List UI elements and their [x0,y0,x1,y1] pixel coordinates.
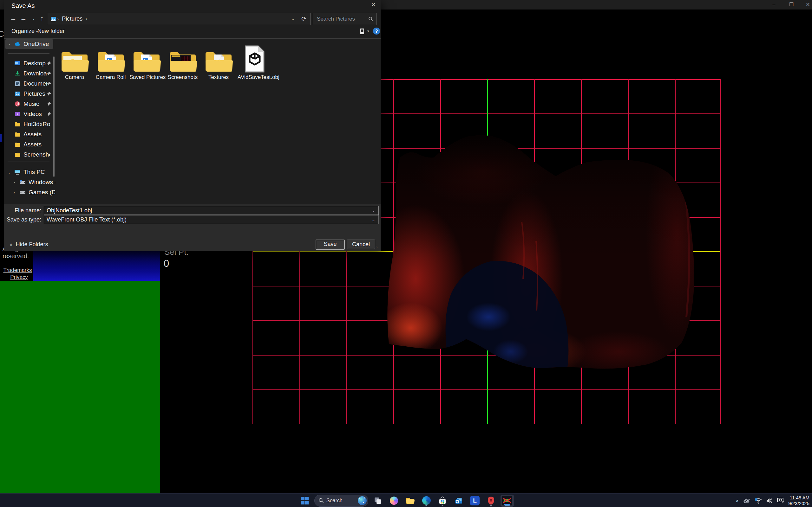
sidebar-item-screenshots[interactable]: Screenshots [5,150,53,159]
taskbar-search[interactable]: Search [314,495,368,507]
sidebar-item-desktop[interactable]: Desktop [5,59,53,68]
sidebar-item-hot3dxrotodraw[interactable]: Hot3dxRotoDraw [5,119,53,129]
chevron-down-icon[interactable]: ⌄ [372,208,375,213]
sidebar-item-label: Assets [23,141,42,148]
blue-viewport-panel [33,251,160,281]
dialog-toolbar: Organize ▾ New folder ▾ ? [4,26,380,38]
save-button[interactable]: Save [316,239,345,250]
sidebar-item-this-pc[interactable]: ⌄ This PC [5,167,53,177]
trademarks-link[interactable]: Trademarks [3,267,32,273]
privacy-link[interactable]: Privacy [10,274,28,280]
chevron-down-icon[interactable]: ⌄ [372,217,375,222]
tray-date: 9/23/2025 [788,501,809,506]
update-pending-icon[interactable] [777,498,784,504]
copilot-icon [390,497,398,505]
downloads-icon [13,71,21,76]
sidebar-item-assets-2[interactable]: Assets [5,140,53,149]
file-item-saved-pictures[interactable]: Saved Pictures [130,43,164,80]
cancel-button[interactable]: Cancel [347,239,375,249]
up-button[interactable]: ↑ [38,14,46,23]
sidebar-item-videos[interactable]: Videos [5,109,53,119]
folder-imagedoc-icon [94,43,128,73]
file-item-camera-roll[interactable]: Camera Roll [94,43,128,80]
sidebar-item-documents[interactable]: Documents [5,79,53,89]
app-minimize-button[interactable]: – [769,1,779,8]
sidebar-item-label: Documents [23,80,47,87]
task-view-icon [374,497,382,505]
sidebar-item-label: Pictures [23,90,45,97]
hide-folders-button[interactable]: ∧ Hide Folders [9,240,48,249]
file-explorer-button[interactable] [403,495,417,507]
file-name-label: File name: [6,207,41,214]
volume-icon[interactable] [766,498,773,504]
sidebar-item-games-d[interactable]: › Games (D:) [10,187,58,197]
recent-locations-button[interactable]: ⌄ [29,14,38,23]
back-button[interactable]: ← [9,14,18,23]
expand-chevron-icon[interactable]: ⌄ [5,170,13,175]
new-folder-button[interactable]: New folder [38,28,65,35]
edge-button[interactable] [420,495,433,507]
sidebar-item-label: This PC [23,169,45,176]
address-dropdown-chevron[interactable]: ⌄ [291,16,295,21]
file-name-input[interactable]: ObjNodeTest1.obj ⌄ [44,206,379,215]
address-bar[interactable]: › Pictures › ⌄ [47,13,298,25]
store-icon [438,497,447,505]
pictures-icon [13,91,21,96]
save-as-type-select[interactable]: WaveFront OBJ File Text (*.obj) ⌄ [44,215,379,224]
file-item-screenshots[interactable]: Screenshots [165,43,200,80]
background-blue-sliver [0,134,2,142]
search-box[interactable]: Search Pictures [313,13,377,25]
expand-chevron-icon[interactable]: › [10,180,18,185]
start-button[interactable] [298,495,311,507]
breadcrumb-pictures[interactable]: Pictures [62,15,83,22]
shield-icon [487,496,495,505]
file-item-textures[interactable]: Textures [201,43,236,80]
search-highlight-icon [358,496,367,505]
sidebar-item-onedrive[interactable]: › OneDrive [5,39,53,49]
expand-chevron-icon[interactable]: › [5,42,13,47]
organize-button[interactable]: Organize ▾ [11,28,38,35]
search-placeholder: Search Pictures [317,16,355,22]
wifi-icon[interactable] [755,498,762,504]
windows-logo-icon [301,497,309,504]
outlook-button[interactable] [452,495,465,507]
resize-grip[interactable]: ∴ [375,246,379,250]
sidebar-item-label: Downloads [23,70,47,77]
l-app-icon: L [470,496,479,505]
app-close-button[interactable]: ✕ [803,1,812,8]
folder-icon [13,122,21,127]
file-label: Camera [57,74,92,80]
sidebar-scrollbar[interactable] [53,56,55,177]
breadcrumb-chevron[interactable]: › [86,16,87,21]
dialog-close-button[interactable]: ✕ [368,1,379,9]
legal-links: Trademarks | Privacy [3,267,35,281]
hot3dx-app-button[interactable]: 3D [501,495,514,507]
sidebar-item-music[interactable]: Music [5,99,53,109]
app-maximize-button[interactable]: ❐ [786,1,796,8]
security-app-button[interactable] [484,495,498,507]
task-view-button[interactable] [371,495,385,507]
l-app-button[interactable]: L [468,495,481,507]
3d-mesh-object[interactable] [374,125,711,376]
sidebar-divider [8,53,49,54]
sidebar-item-windows-c[interactable]: › Windows (C:) [10,177,58,187]
file-item-avidsavetest-obj[interactable]: AVidSaveTest.obj [238,43,272,80]
file-item-camera[interactable]: Camera [57,43,92,80]
sidebar-item-assets-1[interactable]: Assets [5,130,53,139]
copilot-button[interactable] [387,495,401,507]
onedrive-paused-icon[interactable] [743,498,751,504]
sidebar-item-pictures[interactable]: Pictures [5,89,53,99]
store-button[interactable] [436,495,449,507]
hidden-icons-chevron[interactable]: ∧ [735,498,739,503]
sidebar-item-downloads[interactable]: Downloads [5,69,53,78]
dialog-title: Save As [11,2,35,9]
folder-doc-icon [201,43,236,73]
clock[interactable]: 11:48 AM 9/23/2025 [788,495,809,506]
help-icon[interactable]: ? [373,27,380,35]
refresh-button[interactable]: ⟳ [298,13,310,25]
forward-button[interactable]: → [19,14,28,23]
view-mode-caret[interactable]: ▾ [367,29,369,33]
view-mode-icon[interactable] [359,28,366,35]
expand-chevron-icon[interactable]: › [10,190,18,195]
pictures-icon [50,16,56,22]
